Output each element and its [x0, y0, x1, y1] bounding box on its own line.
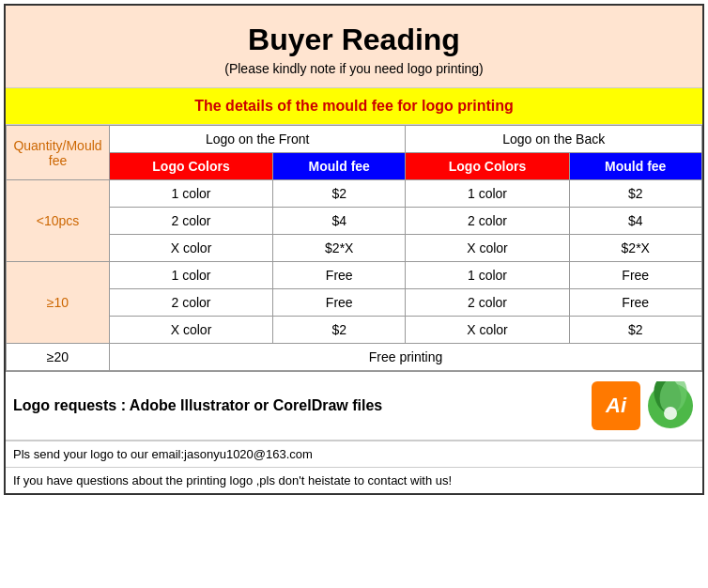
back-color-5: 2 color [406, 289, 569, 317]
table-row: ≥20 Free printing [7, 344, 702, 371]
info-row-1: Pls send your logo to our email:jasonyu1… [6, 441, 702, 467]
free-printing-cell: Free printing [110, 344, 702, 371]
svg-point-3 [664, 407, 677, 420]
front-color-5: 2 color [110, 289, 273, 317]
back-logo-colors-header: Logo Colors [406, 153, 569, 180]
front-fee-5: Free [273, 289, 406, 317]
page-wrapper: Buyer Reading (Please kindly note if you… [4, 4, 704, 495]
header-subtitle: (Please kindly note if you need logo pri… [15, 61, 693, 76]
front-fee-3: $2*X [273, 235, 406, 262]
table-row: ≥10 1 color Free 1 color Free [7, 262, 702, 289]
back-color-1: 1 color [406, 180, 569, 208]
group-header-row: Quantity/Mould fee Logo on the Front Log… [7, 126, 702, 153]
table-row: 2 color $4 2 color $4 [7, 208, 702, 235]
logo-request-text: Logo requests : Adobe Illustrator or Cor… [13, 397, 592, 414]
back-color-6: X color [406, 317, 569, 344]
info-text-1: Pls send your logo to our email:jasonyu1… [13, 447, 313, 461]
front-fee-4: Free [273, 262, 406, 289]
table-row: X color $2*X X color $2*X [7, 235, 702, 262]
back-fee-1: $2 [569, 180, 702, 208]
front-color-2: 2 color [110, 208, 273, 235]
front-color-6: X color [110, 317, 273, 344]
front-logo-colors-header: Logo Colors [110, 153, 273, 180]
table-row: X color $2 X color $2 [7, 317, 702, 344]
back-mould-fee-header: Mould fee [569, 153, 702, 180]
header-title: Buyer Reading [15, 23, 693, 57]
info-row-2: If you have questions about the printing… [6, 467, 702, 493]
back-color-3: X color [406, 235, 569, 262]
yellow-banner: The details of the mould fee for logo pr… [6, 87, 702, 125]
qty-mould-header: Quantity/Mould fee [7, 126, 110, 180]
logo-request-row: Logo requests : Adobe Illustrator or Cor… [6, 371, 702, 441]
sub-header-row: Logo Colors Mould fee Logo Colors Mould … [7, 153, 702, 180]
front-fee-1: $2 [273, 180, 406, 208]
ai-icon: Ai [592, 381, 640, 430]
back-fee-4: Free [569, 262, 702, 289]
back-fee-2: $4 [569, 208, 702, 235]
qty-lt10: <10pcs [7, 180, 110, 262]
front-color-1: 1 color [110, 180, 273, 208]
header-section: Buyer Reading (Please kindly note if you… [6, 6, 702, 87]
ai-icon-label: Ai [606, 394, 626, 418]
back-group-header: Logo on the Back [406, 126, 702, 153]
main-table: Quantity/Mould fee Logo on the Front Log… [6, 125, 702, 371]
back-color-2: 2 color [406, 208, 569, 235]
qty-gte20: ≥20 [7, 344, 110, 371]
info-text-2: If you have questions about the printing… [13, 473, 452, 487]
front-fee-2: $4 [273, 208, 406, 235]
front-color-3: X color [110, 235, 273, 262]
front-fee-6: $2 [273, 317, 406, 344]
back-fee-3: $2*X [569, 235, 702, 262]
table-row: <10pcs 1 color $2 1 color $2 [7, 180, 702, 208]
front-color-4: 1 color [110, 262, 273, 289]
coreldraw-icon [646, 381, 695, 430]
back-fee-5: Free [569, 289, 702, 317]
icons-area: Ai [592, 381, 695, 430]
front-mould-fee-header: Mould fee [273, 153, 406, 180]
qty-gte10: ≥10 [7, 262, 110, 344]
back-fee-6: $2 [569, 317, 702, 344]
back-color-4: 1 color [406, 262, 569, 289]
table-row: 2 color Free 2 color Free [7, 289, 702, 317]
front-group-header: Logo on the Front [110, 126, 406, 153]
